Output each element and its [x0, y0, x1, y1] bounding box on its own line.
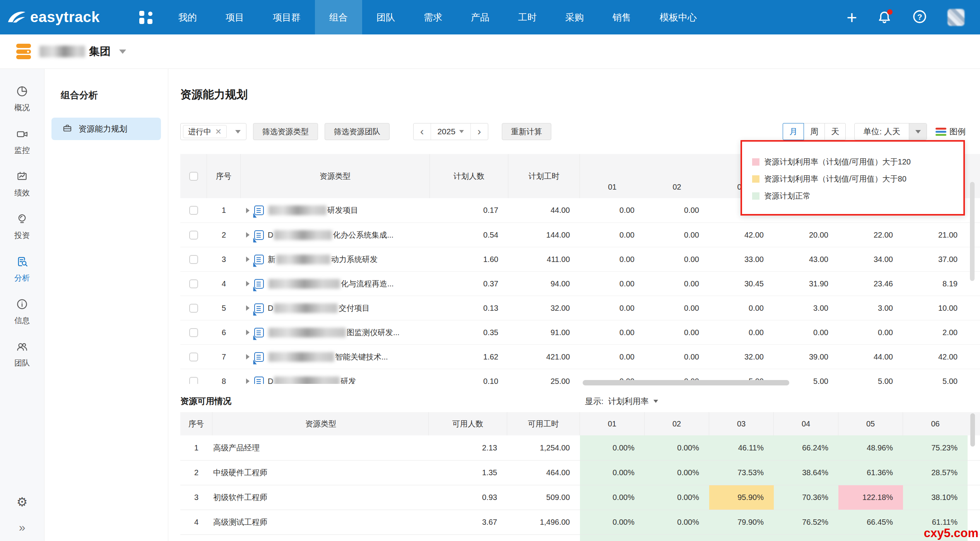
planned-hours: 411.00: [508, 247, 580, 271]
nav-item-template-center[interactable]: 模板中心: [645, 0, 711, 34]
unit-dropdown[interactable]: 单位: 人天: [854, 123, 927, 140]
bell-icon[interactable]: [877, 10, 892, 25]
utilization-06: 28.57%: [903, 461, 968, 485]
gear-icon[interactable]: ⚙: [17, 495, 28, 509]
view-mode-月[interactable]: 月: [783, 123, 804, 140]
org-icon[interactable]: [16, 44, 31, 59]
nav-item-requirement[interactable]: 需求: [409, 0, 457, 34]
row-checkbox[interactable]: [189, 304, 198, 313]
chevron-left-icon[interactable]: ‹: [414, 123, 431, 140]
row-checkbox[interactable]: [189, 328, 198, 337]
column-header-avail-hours: 可用工时: [507, 412, 580, 435]
sidebar-item-investment[interactable]: 投资: [0, 205, 44, 248]
vertical-scrollbar-availability[interactable]: [970, 413, 975, 447]
row-checkbox[interactable]: [189, 353, 198, 361]
help-icon[interactable]: ?: [912, 9, 927, 26]
availability-header: 资源可用情况 显示: 计划利用率: [180, 393, 980, 409]
resource-name[interactable]: 新动力系统研发: [241, 247, 430, 271]
sidebar-item-monitor[interactable]: 监控: [0, 120, 44, 163]
row-checkbox[interactable]: [189, 255, 198, 264]
plus-icon[interactable]: +: [847, 10, 857, 25]
legend-item: 资源计划利用率（计划值/可用值）大于80: [752, 170, 963, 187]
row-checkbox[interactable]: [189, 377, 198, 384]
legend-button[interactable]: 图例: [936, 126, 966, 137]
nav-item-product[interactable]: 产品: [457, 0, 504, 34]
row-seq: 4: [180, 510, 212, 534]
redacted-text: [269, 279, 340, 289]
nav-item-project[interactable]: 项目: [211, 0, 258, 34]
resource-type: 高级测试工程师: [212, 510, 429, 534]
resource-name[interactable]: 图监测仪研发...: [241, 320, 430, 344]
resource-name[interactable]: 智能关键技术...: [241, 345, 430, 369]
row-seq: 7: [207, 345, 241, 369]
row-checkbox[interactable]: [189, 231, 198, 240]
avatar[interactable]: [948, 9, 965, 26]
planned-people: 0.13: [430, 296, 508, 320]
sidebar-item-team[interactable]: 团队: [0, 333, 44, 375]
legend-bars-icon: [936, 128, 946, 136]
sidebar-item-info[interactable]: 信息: [0, 290, 44, 333]
resource-name[interactable]: D研发: [241, 369, 430, 384]
sidebar-item-resource-capacity[interactable]: 资源能力规划: [51, 118, 161, 140]
resource-name[interactable]: D化办公系统集成...: [241, 223, 430, 247]
month-value-01: 0.00: [580, 198, 645, 223]
year-dropdown[interactable]: 2025: [431, 123, 471, 140]
remove-filter-icon[interactable]: ✕: [215, 127, 222, 136]
collapse-icon[interactable]: »: [19, 521, 26, 534]
nav-item-procurement[interactable]: 采购: [551, 0, 598, 34]
available-hours: 1,496.00: [507, 510, 580, 534]
nav-item-sales[interactable]: 销售: [598, 0, 645, 34]
column-header-month-02: 02: [645, 154, 709, 198]
apps-grid-icon[interactable]: [139, 11, 152, 24]
filter-resource-team-button[interactable]: 筛选资源团队: [325, 123, 390, 140]
nav-item-timesheet[interactable]: 工时: [504, 0, 551, 34]
month-value-03: 32.00: [709, 345, 774, 369]
row-checkbox[interactable]: [189, 279, 198, 288]
resource-type: 中级硬件工程师: [212, 461, 429, 485]
resource-name[interactable]: 研发项目: [241, 198, 430, 223]
row-expand-icon[interactable]: [246, 232, 250, 238]
select-all-checkbox[interactable]: [189, 172, 198, 181]
row-checkbox[interactable]: [189, 206, 198, 215]
month-value-03: 33.00: [709, 247, 774, 271]
display-metric-dropdown[interactable]: 显示: 计划利用率: [585, 396, 658, 407]
project-icon: [254, 230, 264, 240]
view-mode-周[interactable]: 周: [804, 123, 825, 140]
svg-text:?: ?: [917, 12, 922, 21]
resource-name[interactable]: D交付项目: [241, 296, 430, 320]
row-expand-icon[interactable]: [246, 208, 250, 213]
legend-label: 资源计划利用率（计划值/可用值）大于120: [764, 157, 911, 167]
recalculate-button[interactable]: 重新计算: [502, 123, 551, 140]
nav-item-my[interactable]: 我的: [164, 0, 211, 34]
column-header-planned-people: 计划人数: [430, 154, 508, 198]
nav-item-portfolio[interactable]: 组合: [315, 0, 362, 34]
month-value-02: 0.00: [645, 296, 709, 320]
nav-item-team[interactable]: 团队: [362, 0, 409, 34]
status-filter-dropdown[interactable]: 进行中 ✕: [180, 123, 246, 140]
sub-sidebar: 组合分析 资源能力规划: [44, 69, 168, 541]
nav-item-program[interactable]: 项目群: [258, 0, 315, 34]
row-expand-icon[interactable]: [246, 330, 250, 335]
resource-name[interactable]: 化与流程再造...: [241, 272, 430, 296]
month-value-01: 0.00: [580, 320, 645, 344]
row-expand-icon[interactable]: [246, 257, 250, 262]
logo[interactable]: easytrack: [0, 0, 124, 34]
row-expand-icon[interactable]: [246, 354, 250, 360]
filter-resource-type-button[interactable]: 筛选资源类型: [253, 123, 318, 140]
horizontal-scrollbar[interactable]: [583, 380, 789, 385]
row-expand-icon[interactable]: [246, 305, 250, 311]
sidebar-item-overview[interactable]: 概况: [0, 77, 44, 120]
month-value-02: 0.00: [645, 272, 709, 296]
chevron-down-icon[interactable]: [119, 50, 126, 54]
row-expand-icon[interactable]: [246, 378, 250, 384]
sidebar-item-analysis[interactable]: 分析: [0, 248, 44, 290]
row-expand-icon[interactable]: [246, 281, 250, 286]
vertical-scrollbar-plan[interactable]: [970, 182, 975, 281]
chevron-right-icon[interactable]: ›: [471, 123, 488, 140]
view-mode-天[interactable]: 天: [824, 123, 846, 140]
sidebar-item-performance[interactable]: 绩效: [0, 163, 44, 205]
utilization-02: 0.00%: [645, 435, 709, 460]
company-name[interactable]: 集团: [89, 44, 111, 59]
month-value-05: 44.00: [838, 345, 903, 369]
table-row: 2中级硬件工程师1.35464.000.00%0.00%73.53%38.64%…: [180, 460, 980, 485]
